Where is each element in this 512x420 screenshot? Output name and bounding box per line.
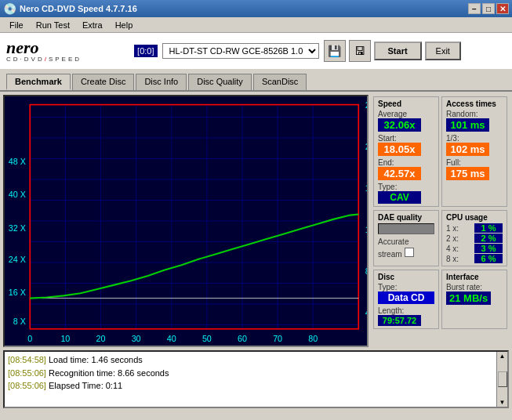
speed-type-row: Type: CAV	[378, 182, 434, 204]
speed-average-value: 32.06x	[378, 118, 421, 132]
svg-text:70: 70	[273, 334, 282, 343]
toolbar-buttons: 💾 🖫 Start Exit	[324, 40, 461, 62]
svg-text:60: 60	[238, 334, 247, 343]
window-title: Nero CD-DVD Speed 4.7.7.16	[20, 4, 137, 13]
menu-help[interactable]: Help	[109, 19, 140, 31]
svg-text:10: 10	[60, 334, 70, 343]
disc-type-label: Type:	[378, 283, 434, 291]
speed-type-label: Type:	[378, 183, 397, 191]
tab-disc-info[interactable]: Disc Info	[136, 74, 187, 90]
log-text-2: Elapsed Time: 0:11	[49, 381, 122, 390]
menu-run-test[interactable]: Run Test	[30, 19, 76, 31]
dae-section: DAE quality Accurate stream	[373, 210, 439, 266]
dae-bar	[378, 223, 434, 234]
tab-bar: Benchmark Create Disc Disc Info Disc Qua…	[0, 71, 512, 92]
nero-subtitle: CD·DVD/SPEED	[6, 56, 82, 63]
svg-text:12: 12	[365, 225, 367, 234]
menu-file[interactable]: File	[3, 19, 30, 31]
drive-index-label: [0:0]	[134, 45, 157, 57]
svg-text:40 X: 40 X	[9, 190, 26, 199]
speed-title: Speed	[378, 100, 434, 108]
benchmark-chart: 8 X 16 X 24 X 32 X 40 X 48 X 24 20 16 12…	[5, 96, 367, 346]
access-random-value: 101 ms	[446, 118, 489, 132]
drive-selector: [0:0] HL-DT-ST CD-RW GCE-8526B 1.04 💾 🖫 …	[89, 40, 506, 62]
speed-start-value: 18.05x	[378, 143, 421, 156]
maximize-button[interactable]: □	[482, 3, 495, 14]
disc-interface-row: Disc Type: Data CD Length: 79:57.72 Inte…	[373, 270, 507, 329]
exit-button[interactable]: Exit	[425, 42, 461, 60]
access-onethird-row: 1/3: 102 ms	[446, 133, 503, 156]
speed-end-row: End: 42.57x	[378, 158, 434, 180]
cpu-title: CPU usage	[446, 213, 503, 222]
cpu-label-0: 1 x:	[446, 224, 459, 233]
stream-label: stream	[378, 250, 402, 259]
access-full-row: Full: 175 ms	[446, 158, 503, 180]
scroll-thumb[interactable]	[498, 371, 507, 387]
svg-text:50: 50	[202, 334, 212, 343]
disc-type-value: Data CD	[378, 291, 434, 304]
log-time-0: [08:54:58]	[8, 355, 46, 364]
svg-text:80: 80	[308, 334, 318, 343]
logo-bar: nero CD·DVD/SPEED [0:0] HL-DT-ST CD-RW G…	[0, 33, 512, 71]
title-bar: 💿 Nero CD-DVD Speed 4.7.7.16 − □ ✕	[0, 0, 512, 17]
cpu-value-3: 6 %	[474, 254, 503, 263]
access-onethird-value: 102 ms	[446, 143, 489, 156]
dae-cpu-row: DAE quality Accurate stream CPU usage 1 …	[373, 210, 507, 266]
access-random-label: Random:	[446, 110, 503, 118]
log-time-1: [08:55:06]	[8, 368, 46, 378]
interface-section: Interface Burst rate: 21 MB/s	[441, 270, 507, 329]
log-line-0: [08:54:58] Load time: 1.46 seconds	[8, 353, 493, 367]
cpu-label-1: 2 x:	[446, 234, 459, 243]
save-icon-button[interactable]: 🖫	[349, 40, 371, 62]
tab-benchmark[interactable]: Benchmark	[6, 74, 71, 90]
svg-text:30: 30	[132, 334, 141, 343]
accurate-stream-row: Accurate stream	[378, 237, 434, 259]
svg-text:8: 8	[365, 266, 367, 276]
svg-text:24: 24	[365, 100, 367, 110]
disc-length-row: Length: 79:57.72	[378, 306, 434, 326]
floppy-icon-button[interactable]: 💾	[324, 40, 346, 62]
dae-title: DAE quality	[378, 213, 434, 222]
scroll-down-button[interactable]: ▼	[499, 399, 506, 406]
log-scrollbar[interactable]: ▲ ▼	[496, 352, 507, 407]
menu-extra[interactable]: Extra	[76, 19, 109, 31]
svg-text:24 X: 24 X	[9, 255, 26, 264]
access-title: Access times	[446, 100, 503, 108]
main-content: 8 X 16 X 24 X 32 X 40 X 48 X 24 20 16 12…	[0, 92, 512, 350]
app-icon: 💿	[3, 2, 16, 15]
speed-access-row: Speed Average 32.06x Start: 18.05x End: …	[373, 96, 507, 207]
cpu-label-2: 4 x:	[446, 244, 459, 253]
accurate-label: Accurate	[378, 237, 409, 246]
window-controls: − □ ✕	[468, 3, 509, 14]
disc-length-value: 79:57.72	[378, 315, 421, 326]
tab-scandisc[interactable]: ScanDisc	[253, 74, 307, 90]
access-full-value: 175 ms	[446, 167, 489, 180]
svg-text:8 X: 8 X	[13, 317, 26, 327]
burst-value: 21 MB/s	[446, 291, 491, 305]
interface-title: Interface	[446, 273, 503, 281]
minimize-button[interactable]: −	[468, 3, 481, 14]
cpu-row-0: 1 x: 1 %	[446, 223, 503, 233]
accurate-stream-checkbox[interactable]	[405, 248, 414, 257]
log-text-0: Load time: 1.46 seconds	[49, 355, 143, 364]
speed-end-label: End:	[378, 158, 394, 167]
log-content: [08:54:58] Load time: 1.46 seconds [08:5…	[5, 352, 496, 407]
access-full-label: Full:	[446, 158, 461, 167]
start-button[interactable]: Start	[374, 42, 422, 60]
drive-dropdown[interactable]: HL-DT-ST CD-RW GCE-8526B 1.04	[162, 43, 319, 59]
svg-text:20: 20	[96, 334, 106, 343]
speed-end-value: 42.57x	[378, 167, 421, 180]
scroll-up-button[interactable]: ▲	[499, 353, 506, 360]
log-line-1: [08:55:06] Recognition time: 8.66 second…	[8, 367, 493, 380]
right-panel: Speed Average 32.06x Start: 18.05x End: …	[372, 95, 509, 347]
cpu-section: CPU usage 1 x: 1 % 2 x: 2 % 4 x: 3 %	[441, 210, 507, 266]
svg-text:20: 20	[365, 142, 367, 151]
tab-disc-quality[interactable]: Disc Quality	[188, 74, 252, 90]
log-container: [08:54:58] Load time: 1.46 seconds [08:5…	[3, 350, 509, 408]
cpu-value-2: 3 %	[474, 244, 503, 253]
disc-length-label: Length:	[378, 306, 404, 315]
burst-label: Burst rate:	[446, 283, 503, 291]
speed-average-label: Average	[378, 110, 434, 118]
tab-create-disc[interactable]: Create Disc	[72, 74, 134, 90]
close-button[interactable]: ✕	[496, 3, 509, 14]
